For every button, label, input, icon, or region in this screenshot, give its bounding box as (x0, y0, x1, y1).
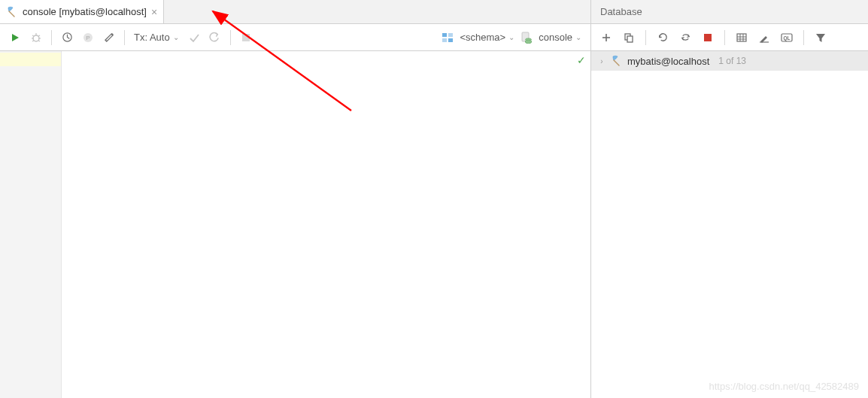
tx-mode-label: Tx: Auto (134, 32, 170, 43)
database-toolbar: QL (591, 24, 868, 51)
toolbar-separator (51, 30, 52, 45)
editor-gutter (0, 51, 62, 398)
close-icon[interactable]: × (151, 6, 157, 18)
duplicate-datasource-button[interactable] (621, 30, 636, 45)
tx-mode-dropdown[interactable]: Tx: Auto ⌄ (131, 29, 182, 47)
settings-button[interactable] (100, 29, 118, 47)
svg-text:P: P (86, 35, 90, 41)
chevron-right-icon[interactable]: › (597, 57, 606, 65)
toolbar-separator (645, 30, 646, 45)
filter-button[interactable] (813, 30, 828, 45)
database-panel-title-label: Database (600, 6, 642, 17)
chevron-down-icon: ⌄ (508, 33, 514, 41)
console-session-label: console (539, 32, 572, 43)
datasource-count: 1 of 13 (718, 56, 746, 66)
console-session-dropdown[interactable]: console ⌄ (536, 29, 584, 47)
svg-rect-15 (448, 33, 453, 37)
rollback-button[interactable] (206, 29, 224, 47)
explain-plan-button[interactable]: P (79, 29, 97, 47)
chevron-down-icon: ⌄ (575, 33, 581, 41)
sql-editor[interactable]: ✓ (0, 51, 590, 398)
console-tab[interactable]: console [mybatis@localhost] × (0, 0, 164, 23)
debug-button[interactable] (27, 29, 45, 47)
database-feather-icon (6, 6, 18, 18)
database-panel-title: Database (591, 0, 868, 24)
history-button[interactable] (58, 29, 76, 47)
toolbar-separator (230, 30, 231, 45)
console-file-icon (520, 32, 533, 44)
toolbar-separator (803, 30, 804, 45)
svg-line-7 (38, 40, 41, 41)
code-area[interactable]: ✓ (62, 51, 590, 398)
schema-label: <schema> (460, 32, 505, 43)
svg-rect-16 (442, 38, 447, 42)
refresh-button[interactable] (655, 30, 670, 45)
svg-line-5 (38, 35, 41, 37)
svg-rect-26 (627, 36, 633, 42)
svg-rect-14 (442, 33, 447, 37)
run-button[interactable] (6, 29, 24, 47)
gutter-highlight (0, 53, 61, 66)
watermark: https://blog.csdn.net/qq_42582489 (709, 381, 860, 392)
database-feather-icon (611, 55, 623, 67)
console-toolbar: P Tx: Auto ⌄ (0, 24, 590, 51)
commit-button[interactable] (185, 29, 203, 47)
svg-marker-0 (12, 34, 19, 41)
svg-rect-17 (448, 38, 453, 42)
svg-line-6 (32, 40, 35, 41)
toolbar-separator (124, 30, 125, 45)
svg-rect-13 (242, 34, 250, 41)
schema-dropdown[interactable]: <schema> ⌄ (457, 29, 517, 47)
stop-connection-button[interactable] (700, 30, 715, 45)
chevron-down-icon: ⌄ (173, 33, 179, 41)
console-tab-label: console [mybatis@localhost] (23, 6, 147, 17)
table-view-button[interactable] (734, 30, 749, 45)
database-tree[interactable]: › mybatis@localhost 1 of 13 https://blog… (591, 51, 868, 398)
sync-button[interactable] (678, 30, 693, 45)
edit-button[interactable] (757, 30, 772, 45)
datasource-tree-item[interactable]: › mybatis@localhost 1 of 13 (591, 51, 868, 71)
add-datasource-button[interactable] (599, 30, 614, 45)
svg-text:QL: QL (783, 35, 790, 41)
analysis-ok-icon: ✓ (577, 54, 586, 66)
svg-rect-28 (737, 34, 746, 41)
svg-point-12 (111, 34, 113, 35)
datasource-label: mybatis@localhost (627, 56, 709, 67)
schema-icon (442, 32, 454, 44)
svg-marker-36 (816, 34, 825, 42)
toolbar-separator (724, 30, 725, 45)
stop-button[interactable] (237, 29, 255, 47)
sql-console-button[interactable]: QL (779, 30, 794, 45)
editor-tab-bar: console [mybatis@localhost] × (0, 0, 590, 24)
svg-line-4 (32, 35, 35, 37)
svg-rect-27 (704, 34, 712, 41)
